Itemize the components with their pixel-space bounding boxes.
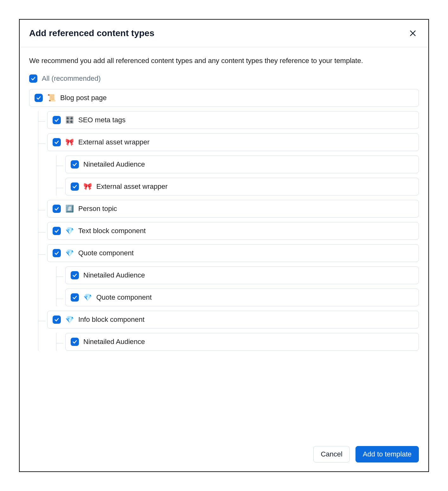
tree-node[interactable]: 🎀External asset wrapper [47,133,419,151]
tree-node-icon: 💎 [65,227,74,234]
tree-node-icon: 🎀 [83,183,92,190]
tree-node-icon: 💎 [83,294,92,301]
dialog-footer: Cancel Add to template [20,440,428,471]
tree-node-label: Blog post page [60,94,107,102]
tree-node-checkbox[interactable] [53,316,61,324]
tree-node[interactable]: 📜Blog post page [29,89,419,107]
tree-node-checkbox[interactable] [53,249,61,257]
tree-node-checkbox[interactable] [71,182,79,191]
tree-node-label: SEO meta tags [78,116,125,124]
tree-node-checkbox[interactable] [53,138,61,146]
tree-node-label: Ninetailed Audience [83,271,145,279]
tree-node-checkbox[interactable] [53,227,61,235]
tree-node[interactable]: 💎Quote component [47,244,419,262]
select-all-label: All (recommended) [42,74,101,83]
tree-node[interactable]: 💎Text block component [47,222,419,240]
tree-node-checkbox[interactable] [53,205,61,213]
tree-node-checkbox[interactable] [71,160,79,169]
tree-node-icon: 🎀 [65,139,74,146]
tree-node[interactable]: Ninetailed Audience [65,156,419,173]
tree-node[interactable]: 🎛️SEO meta tags [47,111,419,129]
dialog-title: Add referenced content types [29,28,154,38]
select-all-row[interactable]: All (recommended) [29,74,419,83]
content-type-tree: 📜Blog post page🎛️SEO meta tags🎀External … [29,89,419,351]
tree-node[interactable]: 💎Quote component [65,289,419,306]
tree-node[interactable]: Ninetailed Audience [65,333,419,351]
tree-node-checkbox[interactable] [35,94,43,102]
tree-node-label: Text block component [78,227,146,235]
tree-node[interactable]: #️⃣Person topic [47,200,419,218]
tree-node[interactable]: 🎀External asset wrapper [65,178,419,195]
dialog-header: Add referenced content types [20,20,428,47]
close-button[interactable] [407,27,419,39]
tree-node-checkbox[interactable] [71,293,79,302]
close-icon [409,29,417,37]
tree-node-label: Person topic [78,205,117,213]
select-all-checkbox[interactable] [29,74,37,83]
tree-node-label: Ninetailed Audience [83,160,145,169]
tree-node-icon: 💎 [65,316,74,323]
tree-node-icon: #️⃣ [65,205,74,212]
tree-node-label: External asset wrapper [78,138,150,146]
tree-node[interactable]: 💎Info block component [47,311,419,328]
add-referenced-content-types-dialog: Add referenced content types We recommen… [19,19,429,472]
tree-node-checkbox[interactable] [53,116,61,124]
tree-node[interactable]: Ninetailed Audience [65,266,419,284]
dialog-body: We recommend you add all referenced cont… [20,47,428,471]
tree-node-icon: 🎛️ [65,117,74,124]
tree-node-icon: 📜 [47,94,56,101]
cancel-button[interactable]: Cancel [313,446,349,462]
add-to-template-button[interactable]: Add to template [355,446,419,462]
tree-node-label: Info block component [78,316,144,324]
tree-node-label: Quote component [78,249,134,257]
tree-node-label: Quote component [96,293,152,302]
tree-node-label: Ninetailed Audience [83,338,145,346]
tree-node-checkbox[interactable] [71,271,79,279]
tree-node-checkbox[interactable] [71,338,79,346]
dialog-description: We recommend you add all referenced cont… [29,55,419,66]
tree-node-icon: 💎 [65,250,74,257]
tree-node-label: External asset wrapper [96,182,168,191]
